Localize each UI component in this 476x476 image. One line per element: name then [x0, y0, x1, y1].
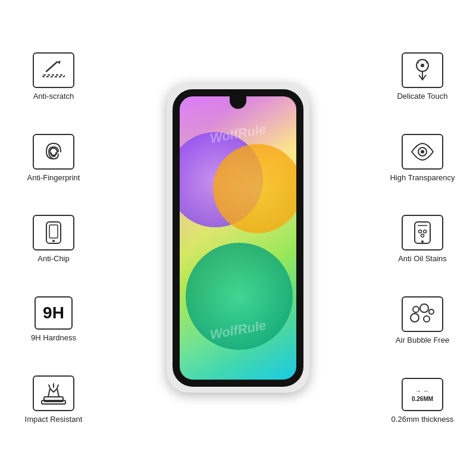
svg-line-1: [46, 62, 57, 71]
arrow-left-icon: →: [415, 387, 421, 394]
svg-line-11: [57, 385, 58, 388]
feature-impact-resistant: Impact Resistant: [25, 375, 83, 424]
9h-hardness-label: 9H Hardness: [31, 333, 76, 342]
impact-icon: [39, 380, 68, 406]
impact-resistant-label: Impact Resistant: [25, 415, 83, 424]
svg-point-23: [420, 304, 428, 312]
anti-oil-stains-icon-box: [402, 215, 443, 250]
delicate-touch-icon-box: [402, 52, 443, 88]
main-container: Anti-scratch Anti-Fingerprint: [0, 0, 476, 476]
right-features: Delicate Touch High Transparency: [375, 30, 470, 446]
anti-chip-icon-box: [33, 215, 74, 250]
svg-point-19: [419, 230, 422, 233]
svg-point-13: [421, 64, 424, 67]
svg-marker-2: [57, 61, 61, 64]
anti-scratch-icon-box: [33, 52, 74, 88]
feature-thickness: → ← 0.26MM 0.26mm thickness: [392, 378, 454, 424]
svg-point-20: [424, 230, 427, 233]
anti-fingerprint-label: Anti-Fingerprint: [27, 173, 80, 182]
thickness-arrows: → ←: [415, 387, 430, 394]
9h-hardness-icon-box: 9H: [35, 296, 73, 330]
phone-body: WolfRule WolfRule: [167, 83, 309, 393]
anti-fingerprint-icon-box: [33, 134, 74, 170]
scratch-icon: [40, 58, 67, 82]
left-features: Anti-scratch Anti-Fingerprint: [6, 30, 101, 446]
delicate-touch-label: Delicate Touch: [397, 92, 447, 101]
svg-point-22: [413, 306, 419, 312]
thickness-label: 0.26mm thickness: [392, 415, 454, 424]
svg-rect-5: [49, 225, 58, 238]
anti-oil-stains-label: Anti Oil Stains: [398, 254, 447, 263]
high-transparency-label: High Transparency: [390, 173, 455, 182]
svg-point-26: [429, 309, 434, 314]
phone-notch: [230, 96, 246, 109]
feature-anti-fingerprint: Anti-Fingerprint: [27, 134, 80, 182]
svg-point-25: [424, 316, 430, 322]
feature-anti-scratch: Anti-scratch: [33, 52, 74, 101]
screen-glass: [173, 89, 303, 387]
impact-resistant-icon-box: [33, 375, 74, 411]
feature-delicate-touch: Delicate Touch: [397, 52, 447, 101]
fingerprint-icon: [40, 139, 67, 165]
svg-point-17: [421, 240, 424, 243]
svg-point-24: [411, 314, 419, 322]
feature-high-transparency: High Transparency: [390, 134, 455, 182]
air-bubble-free-label: Air Bubble Free: [396, 336, 449, 345]
eye-icon: [409, 139, 436, 165]
thickness-icon-box: → ← 0.26MM: [402, 378, 443, 411]
svg-point-21: [421, 234, 424, 237]
arrow-right-icon: ←: [423, 387, 430, 394]
phone-container: WolfRule WolfRule: [152, 65, 324, 411]
feature-anti-oil-stains: Anti Oil Stains: [398, 215, 447, 263]
feature-anti-chip: Anti-Chip: [33, 215, 74, 263]
svg-point-15: [421, 150, 424, 154]
svg-point-6: [52, 240, 55, 242]
high-transparency-icon-box: [402, 134, 443, 170]
bubble-icon: [408, 301, 437, 327]
phone-chip-icon: [43, 220, 64, 246]
anti-scratch-label: Anti-scratch: [33, 92, 74, 101]
thickness-sublabel: 0.26MM: [412, 396, 433, 402]
svg-rect-0: [43, 75, 64, 77]
svg-line-10: [49, 385, 50, 388]
anti-chip-label: Anti-Chip: [37, 254, 69, 263]
phone-oil-icon: [412, 220, 433, 246]
air-bubble-free-icon-box: [402, 296, 443, 332]
touch-icon: [409, 57, 436, 83]
9h-hardness-text: 9H: [43, 303, 64, 322]
feature-air-bubble-free: Air Bubble Free: [396, 296, 449, 345]
feature-9h-hardness: 9H 9H Hardness: [31, 296, 76, 342]
